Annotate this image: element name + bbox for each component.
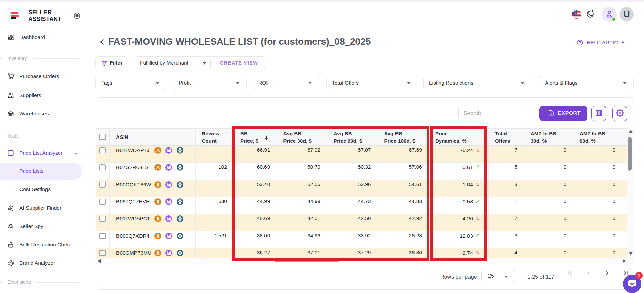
svg-text:a: a <box>157 181 159 187</box>
svg-text:a: a <box>157 215 159 221</box>
svg-text:a: a <box>157 233 159 238</box>
svg-text:a: a <box>157 250 159 255</box>
svg-text:a: a <box>157 198 159 204</box>
svg-text:a: a <box>157 147 159 152</box>
svg-text:a: a <box>157 164 159 169</box>
